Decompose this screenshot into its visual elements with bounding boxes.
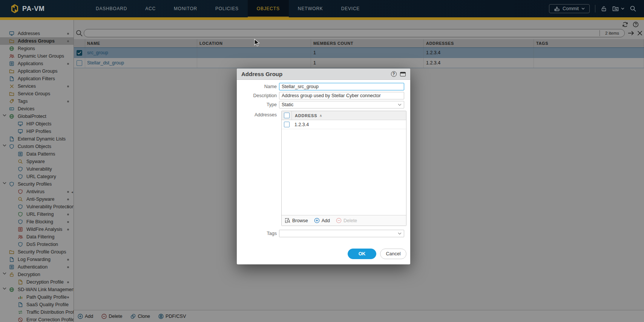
dialog-buttons: OK Cancel (348, 249, 406, 259)
browse-button[interactable]: Browse (285, 218, 308, 223)
nav-tab-monitor[interactable]: MONITOR (165, 0, 206, 17)
name-row: Name (237, 83, 410, 90)
nav-tab-policies[interactable]: POLICIES (206, 0, 248, 17)
config-folder-icon[interactable] (612, 6, 624, 12)
dialog-header-icons: ? (391, 71, 406, 77)
name-label: Name (237, 84, 279, 89)
paloalto-logo-icon (11, 4, 19, 14)
addresses-table-header: ADDRESS ∧ (282, 111, 406, 120)
delete-address-button[interactable]: Delete (336, 218, 357, 223)
address-row[interactable]: 1.2.3.4 (282, 120, 406, 129)
type-value: Static (282, 102, 293, 107)
pan-os-app: PA-VM DASHBOARDACCMONITORPOLICIESOBJECTS… (0, 0, 644, 322)
address-group-dialog: Address Group ? Name Description Type St (237, 69, 410, 264)
commit-button[interactable]: Commit (549, 4, 590, 13)
dialog-help-icon[interactable]: ? (391, 71, 397, 77)
nav-tab-acc[interactable]: ACC (136, 0, 165, 17)
tags-select[interactable] (279, 230, 404, 237)
chevron-down-icon (398, 232, 402, 235)
type-row: Type Static (237, 101, 410, 108)
addresses-empty-area (282, 129, 406, 215)
commit-device-icon (554, 6, 560, 11)
name-input[interactable] (279, 83, 404, 90)
tags-row: Tags (237, 230, 410, 237)
type-select[interactable]: Static (279, 101, 404, 108)
global-search-icon[interactable] (630, 5, 636, 12)
minus-circle-icon (336, 218, 342, 223)
addresses-footer: Browse Add Delete (282, 215, 406, 226)
brand-name: PA-VM (22, 5, 44, 13)
ok-button[interactable]: OK (348, 249, 376, 259)
unlock-icon[interactable] (601, 6, 607, 12)
nav-tab-network[interactable]: NETWORK (289, 0, 332, 17)
type-label: Type (237, 102, 279, 107)
main-nav-tabs: DASHBOARDACCMONITORPOLICIESOBJECTSNETWOR… (87, 0, 369, 17)
address-column-header[interactable]: ADDRESS ∧ (291, 111, 406, 120)
address-checkbox[interactable] (284, 122, 290, 127)
browse-icon (285, 218, 290, 223)
description-label: Description (237, 93, 279, 98)
cancel-button[interactable]: Cancel (380, 249, 406, 259)
add-address-button[interactable]: Add (314, 218, 330, 223)
nav-divider (595, 5, 595, 12)
chevron-down-icon (398, 104, 402, 106)
dialog-header: Address Group ? (237, 69, 410, 80)
dialog-detach-icon[interactable] (400, 71, 406, 77)
tags-label: Tags (237, 231, 279, 236)
mouse-cursor (254, 39, 260, 47)
top-nav: PA-VM DASHBOARDACCMONITORPOLICIESOBJECTS… (0, 0, 644, 17)
nav-tab-objects[interactable]: OBJECTS (248, 0, 289, 17)
address-value: 1.2.3.4 (291, 122, 309, 127)
plus-circle-icon (314, 218, 320, 223)
sort-asc-icon: ∧ (319, 114, 322, 118)
nav-tab-dashboard[interactable]: DASHBOARD (87, 0, 136, 17)
accent-stripe (0, 17, 644, 20)
select-all-checkbox[interactable] (284, 113, 290, 118)
nav-right-controls: Commit (549, 4, 644, 13)
dialog-title: Address Group (241, 71, 282, 77)
nav-tab-device[interactable]: DEVICE (332, 0, 369, 17)
brand: PA-VM (0, 4, 87, 14)
addresses-box: ADDRESS ∧ 1.2.3.4 Browse Add (281, 111, 406, 226)
addresses-rows: 1.2.3.4 (282, 120, 406, 129)
description-row: Description (237, 92, 410, 99)
addresses-label: Addresses (237, 112, 279, 118)
commit-label: Commit (563, 6, 579, 11)
description-input[interactable] (279, 92, 404, 99)
chevron-down-icon (581, 8, 585, 10)
